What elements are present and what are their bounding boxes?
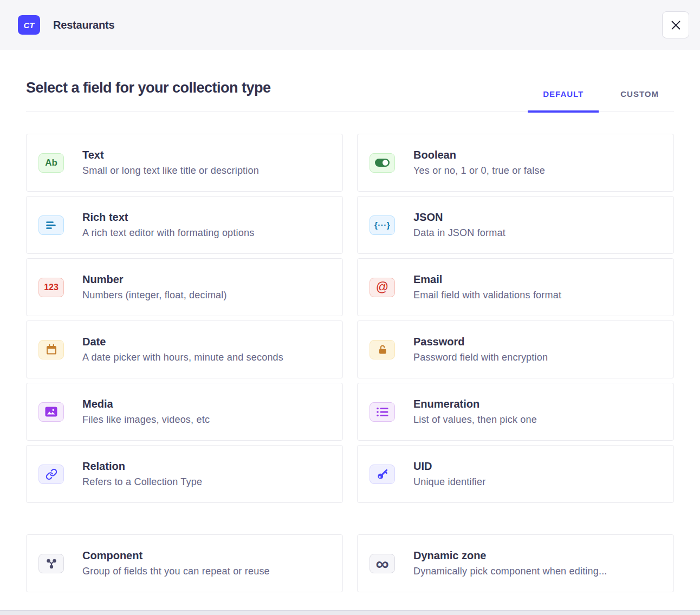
- 123-icon: 123: [38, 278, 64, 297]
- field-description: Password field with encryption: [413, 352, 548, 363]
- ab-text-icon: Ab: [38, 153, 64, 173]
- field-description: Group of fields tht you can repeat or re…: [82, 566, 270, 577]
- infinity-icon: ∞: [370, 554, 395, 573]
- bullet-list-icon: [370, 402, 395, 422]
- field-title: Text: [82, 149, 259, 161]
- field-card-enumeration[interactable]: Enumeration List of values, then pick on…: [357, 383, 674, 441]
- close-icon: [671, 21, 680, 30]
- field-description: Yes or no, 1 or 0, true or false: [413, 165, 545, 176]
- field-title: Email: [413, 273, 561, 286]
- field-title: Media: [82, 398, 210, 410]
- footer-strip: [0, 610, 700, 615]
- field-description: Data in JSON format: [413, 227, 505, 239]
- field-card-date[interactable]: Date A date picker with hours, minute an…: [26, 320, 343, 378]
- tabs: DEFAULT CUSTOM: [528, 89, 674, 112]
- field-card-component[interactable]: Component Group of fields tht you can re…: [26, 534, 343, 592]
- field-card-json[interactable]: {···} JSON Data in JSON format: [357, 196, 674, 254]
- calendar-icon: [38, 340, 64, 359]
- field-description: A rich text editor with formating option…: [82, 227, 254, 239]
- toggle-icon: [370, 153, 395, 173]
- field-title: Rich text: [82, 211, 254, 224]
- branch-icon: [38, 554, 64, 573]
- field-card-email[interactable]: @ Email Email field with validations for…: [357, 258, 674, 316]
- modal-body: Select a field for your collection type …: [0, 80, 700, 592]
- modal-title: Restaurants: [53, 19, 114, 31]
- key-icon: [370, 464, 395, 484]
- field-card-password[interactable]: Password Password field with encryption: [357, 320, 674, 378]
- field-title: Component: [82, 549, 270, 562]
- field-card-text[interactable]: Ab Text Small or long text like title or…: [26, 134, 343, 192]
- chain-link-icon: [38, 464, 64, 484]
- field-description: Unique identifier: [413, 476, 485, 488]
- field-description: Files like images, videos, etc: [82, 414, 210, 426]
- field-title: Password: [413, 336, 548, 348]
- collection-type-badge: CT: [18, 15, 40, 35]
- field-card-richtext[interactable]: Rich text A rich text editor with format…: [26, 196, 343, 254]
- field-title: Number: [82, 273, 227, 286]
- field-description: Email field with validations format: [413, 290, 561, 301]
- field-grid: Ab Text Small or long text like title or…: [26, 134, 674, 503]
- field-card-dynamiczone[interactable]: ∞ Dynamic zone Dynamically pick componen…: [357, 534, 674, 592]
- field-description: Refers to a Collection Type: [82, 476, 202, 488]
- field-card-uid[interactable]: UID Unique identifier: [357, 445, 674, 503]
- braces-icon: {···}: [370, 215, 395, 235]
- modal-header: CT Restaurants: [0, 0, 700, 50]
- field-title: Enumeration: [413, 398, 537, 410]
- title-row: Select a field for your collection type …: [26, 80, 674, 112]
- field-grid-extra: Component Group of fields tht you can re…: [26, 534, 674, 592]
- field-card-number[interactable]: 123 Number Numbers (integer, float, deci…: [26, 258, 343, 316]
- at-sign-icon: @: [370, 278, 395, 297]
- field-description: A date picker with hours, minute and sec…: [82, 352, 283, 363]
- field-title: Dynamic zone: [413, 549, 607, 562]
- text-lines-icon: [38, 215, 64, 235]
- field-title: Date: [82, 336, 283, 348]
- field-title: Boolean: [413, 149, 545, 161]
- lock-icon: [370, 340, 395, 359]
- tab-default[interactable]: DEFAULT: [528, 89, 599, 112]
- field-card-boolean[interactable]: Boolean Yes or no, 1 or 0, true or false: [357, 134, 674, 192]
- field-title: JSON: [413, 211, 505, 224]
- field-description: Dynamically pick component when editing.…: [413, 566, 607, 577]
- picture-icon: [38, 402, 64, 422]
- field-description: Small or long text like title or descrip…: [82, 165, 259, 176]
- field-card-relation[interactable]: Relation Refers to a Collection Type: [26, 445, 343, 503]
- field-title: UID: [413, 460, 485, 473]
- page-title: Select a field for your collection type: [26, 80, 271, 112]
- field-card-media[interactable]: Media Files like images, videos, etc: [26, 383, 343, 441]
- field-description: Numbers (integer, float, decimal): [82, 290, 227, 301]
- field-title: Relation: [82, 460, 202, 473]
- field-description: List of values, then pick one: [413, 414, 537, 426]
- close-button[interactable]: [662, 11, 689, 38]
- tab-custom[interactable]: CUSTOM: [605, 89, 674, 112]
